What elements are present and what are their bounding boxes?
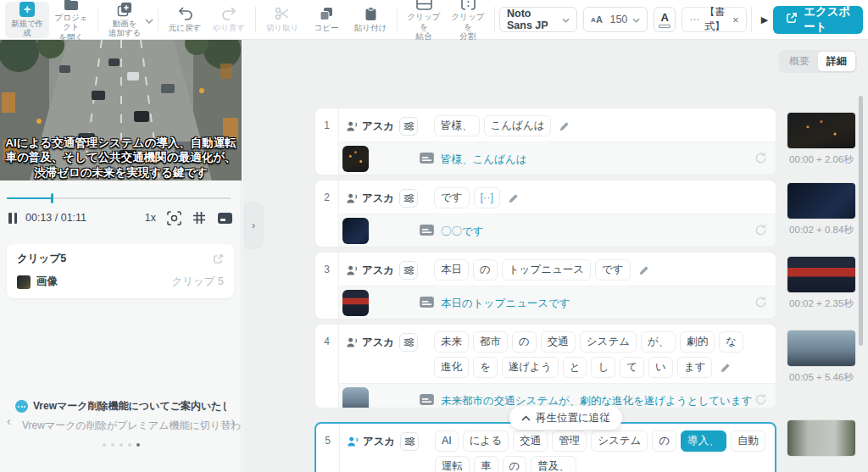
speaker-name[interactable]: アスカ — [363, 435, 395, 449]
export-button[interactable]: エクスポート — [773, 6, 863, 34]
regenerate-icon[interactable] — [754, 152, 767, 164]
grid-icon[interactable] — [192, 211, 206, 225]
speaker-name[interactable]: アスカ — [362, 119, 394, 134]
word-chip[interactable]: て — [620, 357, 644, 378]
word-chip[interactable]: 進化 — [434, 357, 469, 378]
tab-detail[interactable]: 詳細 — [818, 52, 855, 71]
scrollbar[interactable] — [859, 96, 863, 346]
font-color-button[interactable]: A — [654, 7, 676, 32]
word-chip[interactable]: 自動 — [731, 430, 765, 452]
speaker-settings-button[interactable] — [400, 432, 419, 451]
edit-pencil-icon[interactable] — [508, 192, 520, 204]
word-chip[interactable]: 管理 — [552, 430, 587, 452]
word-chip[interactable]: トップニュース — [502, 259, 591, 280]
clip-thumbnail[interactable] — [342, 290, 369, 316]
word-chip[interactable]: 交通 — [541, 331, 576, 353]
word-chip[interactable]: AI — [435, 430, 459, 452]
carousel-dot[interactable] — [136, 443, 140, 447]
regenerate-icon[interactable] — [754, 296, 767, 308]
carousel-prev-icon[interactable]: ‹ — [7, 414, 11, 428]
open-project-button[interactable]: プロジェクト を開く — [49, 2, 93, 38]
tab-overview[interactable]: 概要 — [781, 52, 818, 71]
clip-info-card[interactable]: クリップ5 画像 クリップ 5 — [7, 244, 234, 298]
rail-thumbnail[interactable] — [787, 330, 855, 366]
word-chip[interactable]: です — [595, 259, 631, 280]
clip-row[interactable]: 1アスカ皆様、こんばんは皆様、こんばんは — [314, 108, 776, 175]
rail-thumbnail[interactable] — [787, 257, 855, 292]
speaker-name[interactable]: アスカ — [362, 192, 394, 206]
word-chip[interactable]: の — [652, 430, 676, 452]
add-video-button[interactable]: 動画を 追加する — [103, 2, 147, 38]
clip-row[interactable]: 3アスカ本日のトップニュースです本日のトップニュースです — [314, 252, 776, 319]
clip-card-row[interactable]: 画像 クリップ 5 — [17, 275, 224, 289]
pause-button[interactable] — [8, 213, 17, 224]
edit-pencil-icon[interactable] — [720, 362, 732, 374]
word-chip[interactable]: が、 — [641, 331, 676, 353]
clip-thumbnail[interactable] — [342, 387, 369, 408]
edit-pencil-icon[interactable] — [559, 120, 570, 132]
chevron-down-icon[interactable] — [145, 12, 153, 27]
word-chip[interactable]: 皆様、 — [434, 115, 480, 136]
speaker-settings-button[interactable] — [399, 333, 418, 352]
word-chip[interactable]: と — [563, 357, 587, 378]
merge-clips-button[interactable]: クリップを 結合 — [402, 2, 446, 38]
carousel-next-icon[interactable]: › — [231, 414, 235, 428]
word-chip[interactable]: 未来 — [434, 331, 469, 353]
notice-body[interactable]: Vrewマークの削除がプレミアム機能に切り替わ… — [0, 419, 242, 433]
clip-row[interactable]: 4アスカ未来都市の交通システムが、劇的な進化を遂げようとしています未来都市の交通… — [314, 324, 776, 408]
expand-toolbar-icon[interactable]: ▶ — [761, 14, 768, 25]
caption-text[interactable]: 〇〇です — [441, 225, 484, 239]
word-chip[interactable]: の — [503, 456, 527, 472]
word-chip[interactable]: システム — [591, 430, 648, 452]
word-chip[interactable]: です — [434, 187, 470, 208]
speaker-settings-button[interactable] — [399, 189, 418, 208]
word-chip[interactable]: 交通 — [513, 430, 548, 452]
caption-text[interactable]: 皆様、こんばんは — [441, 153, 526, 167]
clip-thumbnail[interactable] — [342, 218, 369, 244]
word-chip[interactable]: 車 — [474, 456, 498, 472]
external-link-icon[interactable] — [213, 253, 224, 264]
word-chip[interactable]: [··] — [474, 187, 500, 208]
redo-button[interactable]: やり直す — [207, 2, 251, 38]
word-chip[interactable]: な — [719, 331, 743, 353]
undo-button[interactable]: 元に戻す — [163, 2, 207, 38]
playback-speed-button[interactable]: 1x — [145, 212, 156, 224]
carousel-dot[interactable] — [103, 443, 106, 447]
carousel-dot[interactable] — [120, 443, 123, 447]
word-chip[interactable]: の — [473, 259, 498, 280]
speaker-settings-button[interactable] — [399, 261, 418, 280]
speaker-name[interactable]: アスカ — [362, 336, 394, 350]
word-chip[interactable]: 普及、 — [531, 456, 576, 472]
rail-thumbnail[interactable] — [787, 420, 855, 456]
clip-row[interactable]: 2アスカです[··]〇〇です — [314, 180, 776, 247]
word-chip[interactable]: の — [512, 331, 537, 353]
word-chip[interactable]: ます — [677, 357, 713, 378]
word-chip[interactable]: 都市 — [473, 331, 508, 353]
clip-thumbnail[interactable] — [342, 146, 369, 172]
split-clips-button[interactable]: クリップを 分割 — [446, 2, 490, 38]
subtitle-display-icon[interactable] — [217, 212, 233, 225]
format-chip[interactable]: ⋯ 【書式】 × — [682, 7, 747, 32]
word-chip[interactable]: こんばんは — [484, 115, 552, 136]
video-preview[interactable]: AIによる交通管理システムの導入、自動運転車の普及、そして公共交通機関の最適化が… — [0, 40, 242, 180]
notice-title[interactable]: Vrewマーク削除機能についてご案内いたし… — [33, 399, 226, 414]
word-chip[interactable]: 導入、 — [681, 430, 726, 452]
word-chip[interactable]: 本日 — [434, 259, 469, 280]
new-project-button[interactable]: + 新規で作成 — [5, 2, 49, 38]
word-chip[interactable]: し — [591, 357, 615, 378]
expand-panel-button[interactable]: › — [243, 202, 264, 249]
word-chip[interactable]: 運転 — [435, 456, 470, 472]
rail-thumbnail[interactable] — [787, 183, 855, 219]
speaker-settings-button[interactable] — [399, 117, 418, 136]
font-select[interactable]: Noto Sans JP — [499, 7, 577, 32]
copy-button[interactable]: コピー — [304, 2, 348, 38]
screenshot-icon[interactable] — [167, 211, 181, 225]
seek-handle[interactable] — [51, 193, 53, 203]
close-icon[interactable]: × — [732, 14, 739, 26]
word-chip[interactable]: い — [648, 357, 673, 378]
edit-pencil-icon[interactable] — [638, 264, 650, 276]
font-size-select[interactable]: AA 150 — [583, 7, 648, 32]
word-chip[interactable]: を — [473, 357, 498, 378]
speaker-name[interactable]: アスカ — [362, 264, 394, 278]
regenerate-icon[interactable] — [754, 224, 767, 236]
